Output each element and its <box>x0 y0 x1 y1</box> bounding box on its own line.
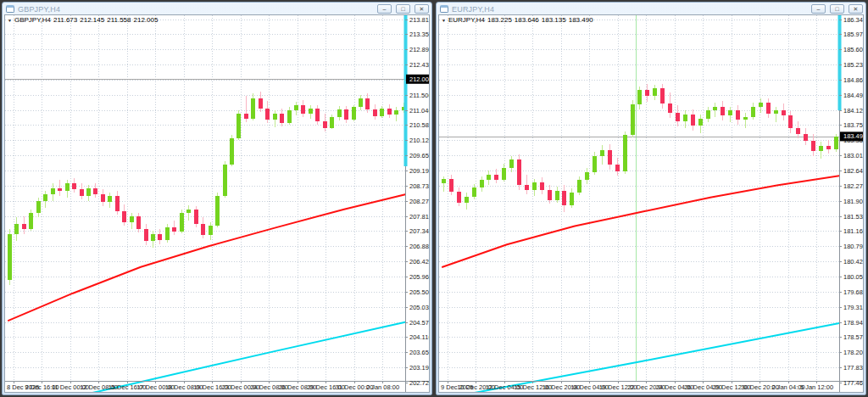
svg-text:184.128: 184.128 <box>843 107 864 115</box>
quote-open: 183.225 <box>487 16 512 24</box>
svg-text:207.346: 207.346 <box>409 227 430 235</box>
close-icon: ✕ <box>854 6 859 12</box>
symbol-marker-icon: ▼ <box>442 17 446 22</box>
svg-text:209.196: 209.196 <box>409 167 430 175</box>
svg-text:205.036: 205.036 <box>409 304 430 311</box>
chart-window-eurjpy[interactable]: EURJPY,H4 – □ ✕ ▼ EURJPY,H4 183.225 183.… <box>436 2 866 395</box>
minimize-button[interactable]: – <box>377 4 392 14</box>
svg-text:185.238: 185.238 <box>843 61 864 69</box>
minimize-icon: – <box>383 6 387 12</box>
svg-text:177.838: 177.838 <box>843 364 864 372</box>
svg-text:178.578: 178.578 <box>843 333 864 341</box>
quote-symbol: EURJPY,H4 <box>448 16 485 24</box>
svg-text:211.506: 211.506 <box>409 92 430 99</box>
minimize-icon: – <box>817 6 821 12</box>
maximize-button[interactable]: □ <box>830 4 844 14</box>
minimize-button[interactable]: – <box>811 4 826 14</box>
svg-text:208.736: 208.736 <box>409 182 430 190</box>
svg-text:178.948: 178.948 <box>843 319 864 327</box>
quote-high: 212.145 <box>80 16 104 24</box>
svg-text:203.196: 203.196 <box>409 364 430 372</box>
svg-text:181.538: 181.538 <box>843 213 864 221</box>
quote-low: 183.135 <box>542 16 566 24</box>
terminal-workspace: { "window_controls": { "minimize": "–", … <box>0 0 868 397</box>
quote-close: 212.005 <box>134 16 159 24</box>
quote-close: 183.490 <box>569 16 593 24</box>
close-icon: ✕ <box>420 6 425 12</box>
svg-text:180.058: 180.058 <box>843 273 864 281</box>
chart-window-gbpjpy[interactable]: GBPJPY,H4 – □ ✕ ▼ GBPJPY,H4 211.673 212.… <box>2 2 432 395</box>
maximize-button[interactable]: □ <box>396 4 410 14</box>
svg-text:212.005: 212.005 <box>409 75 430 83</box>
svg-text:203.656: 203.656 <box>409 349 430 356</box>
svg-text:182.278: 182.278 <box>843 182 864 190</box>
chart-window-icon <box>6 5 14 13</box>
close-button[interactable]: ✕ <box>415 4 429 14</box>
svg-text:185.608: 185.608 <box>843 46 864 53</box>
symbol-marker-icon: ▼ <box>8 17 12 22</box>
svg-text:182.648: 182.648 <box>843 167 864 175</box>
price-chart[interactable]: 213.816213.356212.896212.436211.506211.0… <box>5 15 430 393</box>
chart-area[interactable]: ▼ EURJPY,H4 183.225 183.646 183.135 183.… <box>438 14 864 393</box>
window-title: EURJPY,H4 <box>452 5 807 14</box>
chart-window-icon <box>440 5 448 13</box>
window-titlebar[interactable]: GBPJPY,H4 – □ ✕ <box>3 3 431 14</box>
svg-text:211.046: 211.046 <box>409 107 430 115</box>
quote-high: 183.646 <box>515 16 539 24</box>
svg-text:183.018: 183.018 <box>843 152 864 159</box>
window-title: GBPJPY,H4 <box>18 5 373 14</box>
svg-text:181.908: 181.908 <box>843 198 864 205</box>
svg-text:206.426: 206.426 <box>409 258 430 266</box>
quote-open: 211.673 <box>53 16 77 24</box>
svg-text:213.356: 213.356 <box>409 31 430 38</box>
ohlc-quote-line: ▼ GBPJPY,H4 211.673 212.145 211.558 212.… <box>8 16 158 24</box>
svg-text:212.896: 212.896 <box>409 46 430 53</box>
svg-text:210.126: 210.126 <box>409 137 430 144</box>
svg-text:212.436: 212.436 <box>409 61 430 69</box>
quote-low: 211.558 <box>107 16 131 24</box>
svg-text:204.116: 204.116 <box>409 333 430 341</box>
chart-area[interactable]: ▼ GBPJPY,H4 211.673 212.145 211.558 212.… <box>4 14 430 393</box>
svg-text:204.576: 204.576 <box>409 319 430 327</box>
svg-text:205.966: 205.966 <box>409 273 430 281</box>
maximize-icon: □ <box>835 6 838 12</box>
svg-text:180.428: 180.428 <box>843 258 864 266</box>
svg-text:184.498: 184.498 <box>843 92 864 99</box>
svg-text:208.276: 208.276 <box>409 198 430 205</box>
svg-text:5 Jan 12:00: 5 Jan 12:00 <box>800 383 833 391</box>
svg-text:210.586: 210.586 <box>409 121 430 129</box>
svg-text:179.318: 179.318 <box>843 304 864 311</box>
close-button[interactable]: ✕ <box>849 4 863 14</box>
svg-text:183.758: 183.758 <box>843 121 864 129</box>
svg-text:178.208: 178.208 <box>843 349 864 356</box>
svg-text:207.816: 207.816 <box>409 213 430 221</box>
svg-text:180.798: 180.798 <box>843 243 864 250</box>
window-titlebar[interactable]: EURJPY,H4 – □ ✕ <box>437 3 865 14</box>
svg-text:206.886: 206.886 <box>409 243 430 250</box>
svg-text:185.978: 185.978 <box>843 31 864 38</box>
svg-text:181.168: 181.168 <box>843 227 864 235</box>
svg-text:177.468: 177.468 <box>843 379 864 387</box>
ohlc-quote-line: ▼ EURJPY,H4 183.225 183.646 183.135 183.… <box>442 16 593 24</box>
svg-text:205.506: 205.506 <box>409 288 430 296</box>
price-chart[interactable]: 186.348185.978185.608185.238184.868184.4… <box>439 15 864 393</box>
svg-text:202.726: 202.726 <box>409 379 430 387</box>
svg-text:213.816: 213.816 <box>409 16 430 24</box>
quote-symbol: GBPJPY,H4 <box>14 16 51 24</box>
svg-text:186.348: 186.348 <box>843 16 864 24</box>
svg-text:2 Jan 08:00: 2 Jan 08:00 <box>366 383 399 391</box>
svg-text:184.868: 184.868 <box>843 76 864 84</box>
svg-text:183.490: 183.490 <box>843 132 864 140</box>
svg-text:209.656: 209.656 <box>409 152 430 159</box>
maximize-icon: □ <box>401 6 404 12</box>
svg-text:179.688: 179.688 <box>843 288 864 296</box>
